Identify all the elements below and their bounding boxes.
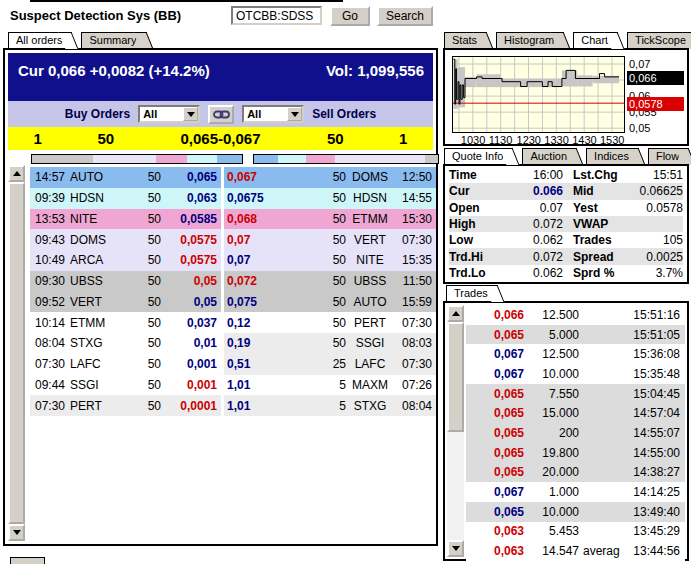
ask-row[interactable]: 0,06850ETMM15:30 — [224, 209, 436, 230]
quote-label: Trades — [563, 233, 625, 247]
chart-panel: 0,070,060,0550,050,0660,0578103011301230… — [443, 48, 689, 146]
ask-row[interactable]: 0,067550HDSN14:55 — [224, 188, 436, 209]
bid-row[interactable]: 09:52VERT500,05 — [30, 292, 221, 313]
tab-chart[interactable]: Chart — [573, 32, 614, 48]
search-button[interactable]: Search — [377, 6, 433, 26]
bid-row[interactable]: 14:57AUTO500,065 — [30, 167, 221, 188]
scrollbar-thumb[interactable] — [447, 322, 464, 432]
analysis-tabs: StatsHistogramChartTickScope — [444, 31, 691, 48]
trade-price: 0,065 — [466, 328, 524, 342]
sell-filter-value: All — [244, 107, 287, 121]
buy-filter-dropdown-button[interactable] — [183, 107, 198, 121]
scrollbar-up-button[interactable] — [447, 305, 464, 322]
sell-filter-dropdown[interactable]: All — [242, 105, 304, 123]
quote-value: 15:51 — [625, 168, 683, 182]
buy-filter-dropdown[interactable]: All — [138, 105, 200, 123]
depth-strip-bid — [31, 154, 243, 164]
bid-row[interactable]: 13:53NITE500,0585 — [30, 209, 221, 230]
ask-size: 5 — [310, 378, 346, 392]
chain-link-icon — [213, 109, 230, 120]
ask-mm: SSGI — [346, 336, 394, 350]
trade-size: 12.500 — [524, 308, 579, 322]
ask-row[interactable]: 0,5125LAFC07:30 — [224, 354, 436, 375]
order-book-row: 09:44SSGI500,0011,015MAXM07:26 — [30, 375, 436, 396]
tab-tickscope[interactable]: TickScope — [627, 32, 691, 48]
bid-time: 09:52 — [30, 295, 70, 309]
bid-row[interactable]: 08:04STXG500,01 — [30, 333, 221, 354]
ask-time: 15:35 — [394, 253, 436, 267]
ask-price: 0,072 — [224, 274, 282, 288]
order-book-row: 09:39HDSN500,0630,067550HDSN14:55 — [30, 188, 436, 209]
current-price-text: Cur 0,066 +0,0082 (+14.2%) — [18, 62, 210, 79]
ask-row[interactable]: 0,07250UBSS11:50 — [224, 271, 436, 292]
tab-stats[interactable]: Stats — [444, 32, 483, 48]
bid-row[interactable]: 10:14ETMM500,037 — [30, 312, 221, 333]
trade-flag: averag — [579, 544, 623, 558]
buy-orders-label: Buy Orders — [65, 107, 130, 121]
quote-row: Open0.07Yest0.0578 — [449, 200, 683, 216]
trade-time: 13:44:56 — [623, 544, 685, 558]
ask-price: 0,068 — [224, 212, 282, 226]
ask-price: 1,01 — [224, 399, 282, 413]
ask-row[interactable]: 0,06750DOMS12:50 — [224, 167, 436, 188]
ask-price: 0,51 — [224, 357, 282, 371]
scrollbar-down-button[interactable] — [8, 524, 25, 541]
tab-indices[interactable]: Indices — [586, 148, 635, 164]
tab-quote-info[interactable]: Quote Info — [444, 148, 509, 164]
tab-all-orders[interactable]: All orders — [8, 32, 68, 48]
bid-size: 50 — [127, 191, 161, 205]
tab-auction[interactable]: Auction — [522, 148, 573, 164]
sell-filter-dropdown-button[interactable] — [287, 107, 302, 121]
bid-row[interactable]: 09:39HDSN500,063 — [30, 188, 221, 209]
depth-strip-segment — [425, 155, 438, 163]
quote-label: VWAP — [563, 217, 625, 231]
bid-mm: ETMM — [70, 316, 118, 330]
ask-row[interactable]: 0,0750NITE15:35 — [224, 250, 436, 271]
order-book-scrollbar[interactable] — [8, 165, 25, 541]
link-buy-sell-button[interactable] — [208, 105, 234, 124]
symbol-input[interactable] — [231, 6, 322, 25]
scrollbar-down-button[interactable] — [447, 540, 464, 557]
quote-label: Open — [449, 201, 501, 215]
tab-summary[interactable]: Summary — [81, 32, 142, 48]
bid-row[interactable]: 07:30PERT500,0001 — [30, 395, 221, 416]
bid-row[interactable]: 09:44SSGI500,001 — [30, 375, 221, 396]
depth-strip-segment — [217, 155, 242, 163]
trade-size: 7.550 — [524, 387, 579, 401]
bid-row[interactable]: 10:49ARCA500,0575 — [30, 250, 221, 271]
ask-row[interactable]: 0,1250PERT07:30 — [224, 312, 436, 333]
trade-row: 0,06710.00015:35:48 — [466, 364, 685, 384]
tab-histogram[interactable]: Histogram — [496, 32, 560, 48]
scrollbar-thumb[interactable] — [8, 182, 25, 524]
bid-ask-range: 0,065-0,067 — [144, 130, 297, 147]
scrollbar-up-button[interactable] — [8, 165, 25, 182]
ask-time: 07:26 — [394, 378, 436, 392]
quote-value: 0.072 — [501, 250, 563, 264]
bid-size: 50 — [127, 295, 161, 309]
chevron-down-icon — [187, 112, 195, 117]
page-title: Suspect Detection Sys (BB) — [10, 8, 181, 23]
trade-size: 15.000 — [524, 406, 579, 420]
arrow-up-icon — [13, 171, 21, 176]
quote-row: Time16:00Lst.Chg15:51 — [449, 167, 683, 183]
trade-row: 0,06515.00014:57:04 — [466, 403, 685, 423]
quote-value: 0.062 — [501, 266, 563, 280]
ask-row[interactable]: 0,0750VERT07:30 — [224, 229, 436, 250]
order-book-row: 10:14ETMM500,0370,1250PERT07:30 — [30, 312, 436, 333]
ask-row[interactable]: 1,015MAXM07:26 — [224, 375, 436, 396]
bid-size: 50 — [127, 274, 161, 288]
bid-mm: DOMS — [70, 233, 118, 247]
go-button[interactable]: Go — [330, 6, 370, 26]
ask-row[interactable]: 1,015STXG08:04 — [224, 395, 436, 416]
trades-scrollbar[interactable] — [447, 305, 464, 557]
quote-value: 0.062 — [501, 233, 563, 247]
tab-flow[interactable]: Flow — [648, 148, 685, 164]
ask-row[interactable]: 0,07550AUTO15:59 — [224, 292, 436, 313]
bid-row[interactable]: 09:30UBSS500,05 — [30, 271, 221, 292]
ask-mm: AUTO — [346, 295, 394, 309]
bid-row[interactable]: 07:30LAFC500,001 — [30, 354, 221, 375]
ask-row[interactable]: 0,1950SSGI08:03 — [224, 333, 436, 354]
tab-trades[interactable]: Trades — [446, 285, 494, 301]
trade-size: 5.000 — [524, 328, 579, 342]
bid-row[interactable]: 09:43DOMS500,0575 — [30, 229, 221, 250]
